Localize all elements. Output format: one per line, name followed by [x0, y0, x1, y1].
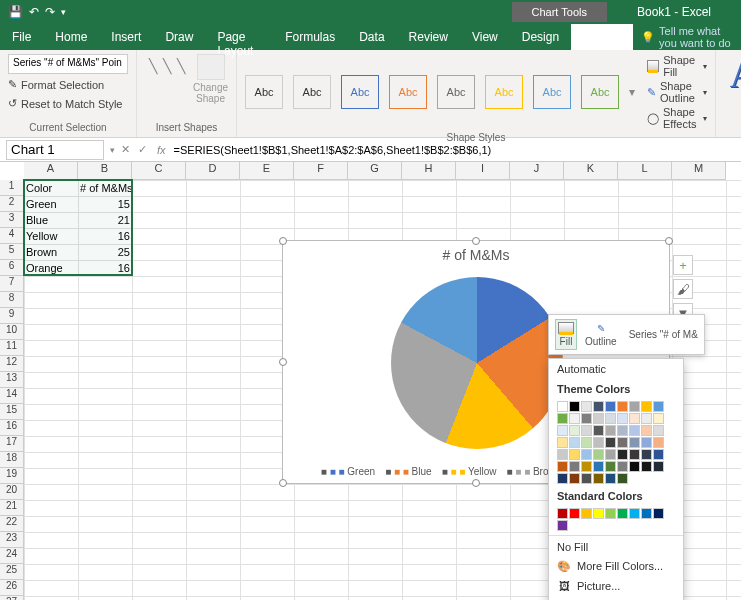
col-header[interactable]: D: [186, 162, 240, 180]
automatic-fill[interactable]: Automatic: [549, 359, 683, 379]
row-header[interactable]: 13: [0, 372, 24, 388]
color-swatch[interactable]: [581, 437, 592, 448]
shape-effects-button[interactable]: ◯Shape Effects▾: [647, 106, 707, 130]
color-swatch[interactable]: [581, 508, 592, 519]
color-swatch[interactable]: [593, 401, 604, 412]
color-swatch[interactable]: [581, 413, 592, 424]
color-swatch[interactable]: [617, 461, 628, 472]
save-icon[interactable]: 💾: [8, 5, 23, 19]
legend-item[interactable]: ■ Green: [321, 466, 375, 477]
color-swatch[interactable]: [593, 437, 604, 448]
color-swatch[interactable]: [653, 461, 664, 472]
color-swatch[interactable]: [569, 449, 580, 460]
shapes-gallery[interactable]: ╲ ╲ ╲: [145, 54, 189, 78]
tab-formulas[interactable]: Formulas: [273, 24, 347, 50]
reset-style-button[interactable]: ↺Reset to Match Style: [8, 95, 123, 112]
tab-page-layout[interactable]: Page Layout: [205, 24, 273, 50]
picture-fill[interactable]: 🖼Picture...: [549, 576, 683, 596]
mini-outline-button[interactable]: ✎ Outline: [583, 321, 619, 349]
row-header[interactable]: 16: [0, 420, 24, 436]
color-swatch[interactable]: [629, 425, 640, 436]
col-header[interactable]: L: [618, 162, 672, 180]
color-swatch[interactable]: [605, 401, 616, 412]
color-swatch[interactable]: [653, 437, 664, 448]
row-header[interactable]: 2: [0, 196, 24, 212]
color-swatch[interactable]: [605, 413, 616, 424]
color-swatch[interactable]: [569, 437, 580, 448]
color-swatch[interactable]: [641, 425, 652, 436]
row-header[interactable]: 11: [0, 340, 24, 356]
style-swatch[interactable]: Abc: [293, 75, 331, 109]
row-header[interactable]: 27: [0, 596, 24, 600]
color-swatch[interactable]: [605, 437, 616, 448]
tab-format[interactable]: Format: [571, 24, 633, 50]
shape-fill-button[interactable]: Shape Fill▾: [647, 54, 707, 78]
row-header[interactable]: 18: [0, 452, 24, 468]
tab-draw[interactable]: Draw: [153, 24, 205, 50]
color-swatch[interactable]: [593, 508, 604, 519]
row-header[interactable]: 26: [0, 580, 24, 596]
row-header[interactable]: 4: [0, 228, 24, 244]
col-header[interactable]: A: [24, 162, 78, 180]
enter-icon[interactable]: ✓: [138, 143, 147, 156]
worksheet[interactable]: ABCDEFGHIJKLM 12345678910111213141516171…: [0, 162, 741, 600]
col-header[interactable]: M: [672, 162, 726, 180]
color-swatch[interactable]: [617, 413, 628, 424]
color-swatch[interactable]: [605, 473, 616, 484]
color-swatch[interactable]: [557, 508, 568, 519]
cancel-icon[interactable]: ✕: [121, 143, 130, 156]
tab-review[interactable]: Review: [397, 24, 460, 50]
col-header[interactable]: E: [240, 162, 294, 180]
redo-icon[interactable]: ↷: [45, 5, 55, 19]
row-header[interactable]: 19: [0, 468, 24, 484]
row-header[interactable]: 7: [0, 276, 24, 292]
chart-title[interactable]: # of M&Ms: [283, 241, 669, 269]
shape-style-gallery[interactable]: Abc Abc Abc Abc Abc Abc Abc Abc ▾: [245, 75, 635, 109]
color-swatch[interactable]: [641, 508, 652, 519]
row-header[interactable]: 23: [0, 532, 24, 548]
selection-combo[interactable]: Series "# of M&Ms" Poin: [8, 54, 128, 74]
style-swatch[interactable]: Abc: [245, 75, 283, 109]
col-header[interactable]: F: [294, 162, 348, 180]
name-box[interactable]: [6, 140, 104, 160]
row-header[interactable]: 15: [0, 404, 24, 420]
color-swatch[interactable]: [641, 461, 652, 472]
cell-grid[interactable]: Color # of M&Ms Green 15 Blue 21 Yellow …: [24, 180, 741, 600]
row-header[interactable]: 6: [0, 260, 24, 276]
color-swatch[interactable]: [617, 425, 628, 436]
color-swatch[interactable]: [593, 449, 604, 460]
chart-styles-button[interactable]: 🖌: [673, 279, 693, 299]
mini-fill-button[interactable]: Fill: [555, 319, 577, 350]
color-swatch[interactable]: [617, 449, 628, 460]
tab-insert[interactable]: Insert: [99, 24, 153, 50]
color-swatch[interactable]: [569, 401, 580, 412]
tab-design[interactable]: Design: [510, 24, 571, 50]
color-swatch[interactable]: [605, 508, 616, 519]
more-fill-colors[interactable]: 🎨More Fill Colors...: [549, 556, 683, 576]
color-swatch[interactable]: [593, 473, 604, 484]
col-header[interactable]: K: [564, 162, 618, 180]
col-header[interactable]: B: [78, 162, 132, 180]
undo-icon[interactable]: ↶: [29, 5, 39, 19]
style-swatch[interactable]: Abc: [389, 75, 427, 109]
tab-view[interactable]: View: [460, 24, 510, 50]
style-swatch[interactable]: Abc: [581, 75, 619, 109]
no-fill[interactable]: No Fill: [549, 538, 683, 556]
row-header[interactable]: 20: [0, 484, 24, 500]
row-header[interactable]: 3: [0, 212, 24, 228]
row-header[interactable]: 17: [0, 436, 24, 452]
color-swatch[interactable]: [581, 461, 592, 472]
row-header[interactable]: 12: [0, 356, 24, 372]
row-header[interactable]: 21: [0, 500, 24, 516]
color-swatch[interactable]: [641, 401, 652, 412]
tab-home[interactable]: Home: [43, 24, 99, 50]
tab-file[interactable]: File: [0, 24, 43, 50]
legend-item[interactable]: ■ Yellow: [442, 466, 497, 477]
color-swatch[interactable]: [617, 401, 628, 412]
legend-item[interactable]: ■ Blue: [385, 466, 432, 477]
formula-value[interactable]: =SERIES(Sheet1!$B$1,Sheet1!$A$2:$A$6,She…: [170, 144, 741, 156]
col-header[interactable]: C: [132, 162, 186, 180]
color-swatch[interactable]: [557, 449, 568, 460]
row-header[interactable]: 25: [0, 564, 24, 580]
qat-more-icon[interactable]: ▾: [61, 7, 66, 17]
